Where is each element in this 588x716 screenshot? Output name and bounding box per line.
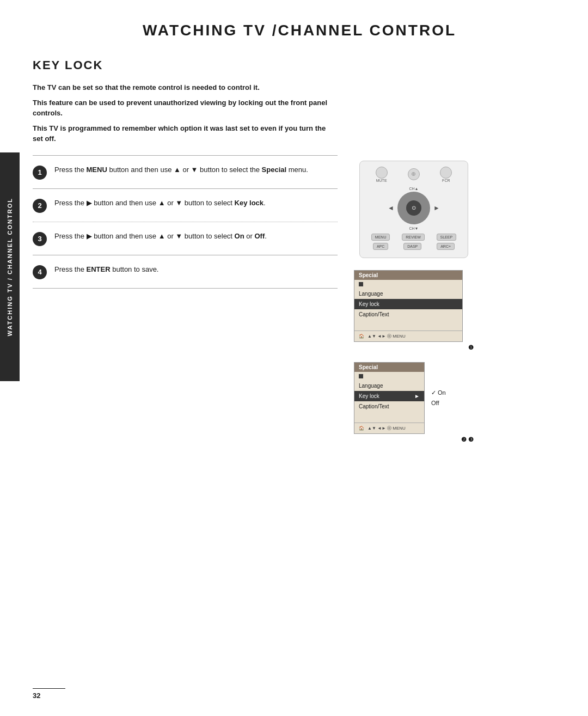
step-2-text: Press the ▶ button and then use ▲ or ▼ b… — [54, 198, 266, 209]
sidebar-tab-label: WATCHING TV / CHANNEL CONTROL — [7, 198, 13, 336]
menu2-layout: Special Language Key lock ► Caption/Text… — [354, 362, 474, 434]
remote-row1: MENU REVIEW SLEEP — [365, 234, 462, 241]
page-title: WATCHING TV /CHANNEL CONTROL — [33, 22, 566, 42]
menu1-container: Special Language Key lock Caption/Text 🏠… — [354, 270, 474, 351]
menu1-diagram: Special Language Key lock Caption/Text 🏠… — [354, 270, 463, 342]
menu2-container: Special Language Key lock ► Caption/Text… — [354, 362, 474, 443]
menu2-arrow: ► — [414, 393, 420, 399]
menu2-footer-icon: 🏠 — [359, 426, 364, 431]
page-number: 32 — [33, 691, 40, 700]
dpad-row: ◄ ⊙ ► — [365, 192, 462, 224]
menu1-footer-icon: 🏠 — [359, 334, 364, 339]
menu2-keylock: Key lock ► — [354, 391, 424, 401]
menu1-caption: Caption/Text — [354, 309, 462, 320]
menu1-footer: 🏠 ▲▼ ◄► ⓔ MENU — [354, 331, 462, 341]
step-3-text: Press the ▶ button and then use ▲ or ▼ b… — [54, 231, 267, 242]
main-content: WATCHING TV /CHANNEL CONTROL KEY LOCK Th… — [33, 22, 566, 694]
page-line — [33, 688, 65, 689]
step-4-number: 4 — [33, 265, 47, 279]
ch-up-label: CH▲ — [365, 187, 462, 191]
diagrams-column: MUTE ⓪ FCR CH▲ ◄ ⊙ — [354, 155, 474, 443]
enter-icon: ⊙ — [412, 205, 416, 211]
step-2: 2 Press the ▶ button and then use ▲ or ▼… — [33, 189, 338, 222]
menu2-header: Special — [354, 363, 424, 372]
step-3: 3 Press the ▶ button and then use ▲ or ▼… — [33, 222, 338, 255]
menu1-dot — [359, 282, 363, 286]
remote-diagram: MUTE ⓪ FCR CH▲ ◄ ⊙ — [359, 161, 468, 258]
step-2-number: 2 — [33, 199, 47, 213]
arcplus-btn: ARC+ — [437, 243, 455, 250]
menu1-footer-text: ▲▼ ◄► ⓔ MENU — [367, 333, 406, 339]
step-1: 1 Press the MENU button and then use ▲ o… — [33, 156, 338, 188]
content-layout: 1 Press the MENU button and then use ▲ o… — [33, 155, 566, 443]
power-btn: ⓪ — [408, 168, 420, 180]
step-ref-23: ❷ ❸ — [354, 436, 474, 443]
menu1-blank2 — [354, 324, 462, 328]
dasp-btn: DASP — [403, 243, 421, 250]
menu2-diagram: Special Language Key lock ► Caption/Text… — [354, 362, 425, 434]
fcr-label: FCR — [440, 179, 452, 182]
step-1-number: 1 — [33, 166, 47, 180]
divider-bottom — [33, 288, 338, 289]
ch-down-label: CH▼ — [365, 227, 462, 230]
menu2-caption: Caption/Text — [354, 401, 424, 412]
instructions-column: 1 Press the MENU button and then use ▲ o… — [33, 155, 338, 443]
sleep-btn: SLEEP — [437, 234, 457, 241]
menu2-options: ✓ On Off — [426, 362, 451, 434]
step-4: 4 Press the ENTER button to save. — [33, 255, 338, 288]
menu2-item-black — [354, 372, 424, 381]
step-1-text: Press the MENU button and then use ▲ or … — [54, 164, 308, 176]
description-3: This TV is programmed to remember which … — [33, 123, 332, 144]
sidebar-tab: WATCHING TV / CHANNEL CONTROL — [0, 152, 20, 381]
menu1-keylock: Key lock — [354, 299, 462, 309]
menu1-header: Special — [354, 271, 462, 280]
menu2-on-option: ✓ On — [428, 388, 449, 398]
menu2-blank1 — [354, 412, 424, 416]
apc-btn: APC — [373, 243, 388, 250]
menu2-blank2 — [354, 416, 424, 420]
description-1: The TV can be set so that the remote con… — [33, 82, 332, 93]
vol-left-label: ◄ — [388, 204, 394, 212]
menu1-blank1 — [354, 320, 462, 324]
dpad: ⊙ — [397, 192, 430, 224]
review-btn: REVIEW — [402, 234, 425, 241]
menu2-footer: 🏠 ▲▼ ◄► ⓔ MENU — [354, 423, 424, 433]
section-title: KEY LOCK — [33, 58, 566, 72]
menu-btn: MENU — [371, 234, 390, 241]
fcr-btn — [440, 167, 452, 179]
remote-row2: APC DASP ARC+ — [365, 243, 462, 250]
remote-top-row: MUTE ⓪ FCR — [365, 167, 462, 182]
menu1-language: Language — [354, 289, 462, 299]
step-3-number: 3 — [33, 232, 47, 246]
description-2: This feature can be used to prevent unau… — [33, 97, 332, 119]
mute-label: MUTE — [376, 179, 388, 182]
step-4-text: Press the ENTER button to save. — [54, 264, 159, 276]
mute-btn — [376, 167, 388, 179]
vol-right-label: ► — [433, 204, 440, 212]
menu1-item-black — [354, 280, 462, 289]
dpad-center: ⊙ — [406, 200, 421, 216]
step-ref-1: ❶ — [354, 344, 474, 351]
menu2-off-option: Off — [428, 398, 449, 408]
menu2-dot — [359, 374, 363, 378]
menu2-language: Language — [354, 381, 424, 391]
menu2-footer-text: ▲▼ ◄► ⓔ MENU — [367, 425, 406, 431]
